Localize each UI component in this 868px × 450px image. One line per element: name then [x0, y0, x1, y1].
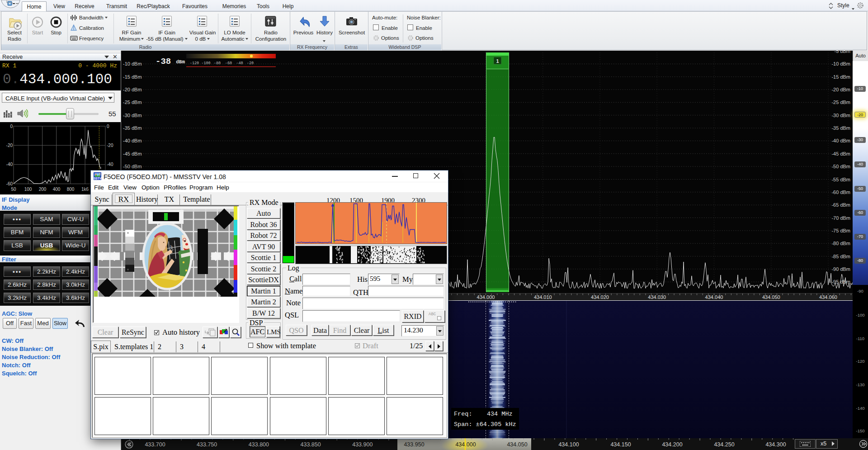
- svg-text:-85 dBm: -85 dBm: [831, 254, 850, 259]
- svg-text:-120: -120: [190, 61, 199, 66]
- svg-text:-45 dBm: -45 dBm: [123, 151, 142, 156]
- svg-text:50: 50: [11, 187, 16, 192]
- svg-text:-25 dBm: -25 dBm: [831, 99, 850, 105]
- svg-text:-40 dBm: -40 dBm: [831, 138, 850, 143]
- svg-text:-40: -40: [236, 61, 243, 66]
- svg-text:-75 dBm: -75 dBm: [831, 228, 850, 233]
- svg-text:-40: -40: [107, 162, 113, 167]
- svg-text:0: 0: [10, 124, 13, 129]
- svg-text:-50 dBm: -50 dBm: [123, 164, 142, 169]
- svg-text:-40 dBm: -40 dBm: [123, 138, 142, 143]
- svg-text:200: 200: [39, 187, 47, 192]
- svg-text:-20: -20: [107, 143, 113, 148]
- svg-text:-45 dBm: -45 dBm: [831, 151, 850, 156]
- svg-text:1: 1: [496, 58, 499, 64]
- svg-text:800: 800: [67, 187, 75, 192]
- svg-text:-60 dBm: -60 dBm: [831, 189, 850, 195]
- svg-text:-60: -60: [225, 61, 232, 66]
- svg-text:-35 dBm: -35 dBm: [123, 125, 142, 131]
- svg-text:-20 dBm: -20 dBm: [831, 87, 850, 92]
- svg-text:-95 dBm: -95 dBm: [831, 279, 850, 284]
- svg-text:-35 dBm: -35 dBm: [831, 125, 850, 131]
- svg-text:-70 dBm: -70 dBm: [831, 215, 850, 221]
- svg-text:-100: -100: [201, 61, 210, 66]
- svg-text:b: b: [170, 244, 173, 249]
- svg-text:1k6: 1k6: [81, 187, 89, 192]
- svg-text:-55 dBm: -55 dBm: [831, 177, 850, 182]
- svg-text:-10 dBm: -10 dBm: [831, 61, 850, 66]
- svg-text:-15 dBm: -15 dBm: [123, 74, 142, 80]
- svg-text:-80: -80: [214, 61, 221, 66]
- svg-text:SSTV: SSTV: [94, 177, 101, 180]
- svg-text:100: 100: [24, 187, 32, 192]
- svg-text:-20: -20: [6, 143, 13, 148]
- svg-text:-20 dBm: -20 dBm: [123, 87, 142, 92]
- svg-text:-30 dBm: -30 dBm: [831, 113, 850, 118]
- svg-text:0: 0: [107, 124, 109, 129]
- svg-text:-65 dBm: -65 dBm: [831, 202, 850, 208]
- svg-text:-50 dBm: -50 dBm: [831, 164, 850, 169]
- svg-text:-10 dBm: -10 dBm: [123, 61, 142, 66]
- svg-text:-15 dBm: -15 dBm: [831, 74, 850, 80]
- svg-text:-40: -40: [6, 162, 13, 167]
- svg-text:-5 dBm: -5 dBm: [835, 51, 850, 54]
- svg-text:-90 dBm: -90 dBm: [831, 266, 850, 272]
- svg-text:-80 dBm: -80 dBm: [831, 241, 850, 246]
- svg-text:400: 400: [53, 187, 61, 192]
- svg-text:-20: -20: [247, 61, 254, 66]
- svg-text:dBm: dBm: [176, 59, 185, 65]
- svg-text:-38: -38: [156, 57, 171, 66]
- svg-text:-60: -60: [6, 181, 13, 186]
- svg-text:-30 dBm: -30 dBm: [123, 113, 142, 118]
- svg-text:-25 dBm: -25 dBm: [123, 99, 142, 105]
